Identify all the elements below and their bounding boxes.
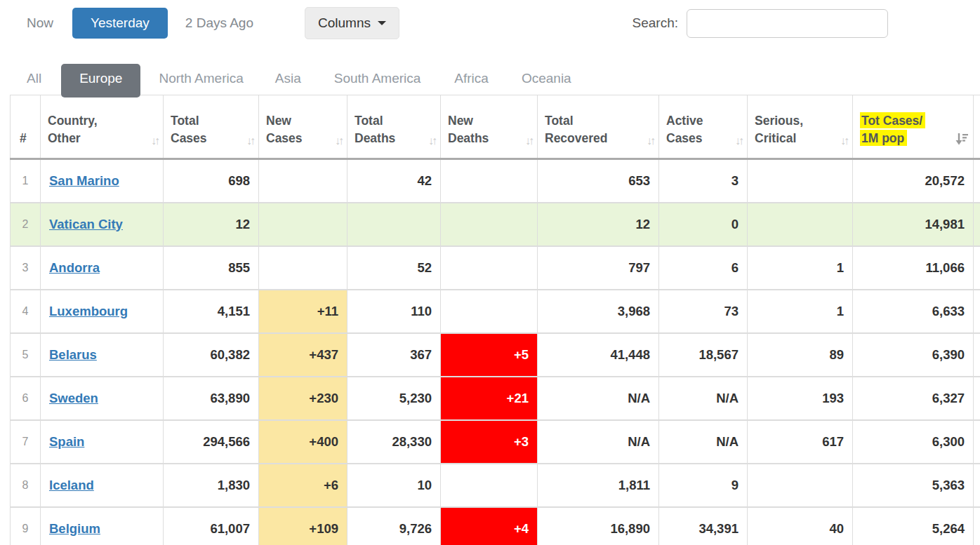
column-header-tot-cases-1m[interactable]: Tot Cases/1M pop bbox=[853, 95, 974, 159]
cell-total-recovered: 797 bbox=[538, 246, 659, 290]
cell-active-cases: 3 bbox=[659, 159, 748, 203]
tab-europe[interactable]: Europe bbox=[61, 64, 140, 97]
column-header-country[interactable]: Country,Other↓↑ bbox=[41, 95, 164, 159]
sort-icon: ↓↑ bbox=[246, 135, 253, 147]
cell-total-cases: 63,890 bbox=[164, 377, 259, 420]
tab-africa[interactable]: Africa bbox=[454, 64, 489, 93]
cell-tot-cases-1m: 5,363 bbox=[853, 464, 974, 507]
column-header-label: Recovered bbox=[545, 131, 608, 145]
table-row: 3Andorra855527976111,066 bbox=[11, 246, 980, 290]
column-header-label: Cases bbox=[171, 131, 207, 145]
cell-country: Belgium bbox=[41, 507, 164, 545]
cell-total-cases: 855 bbox=[164, 246, 259, 290]
cell-tot-cases-1m: 11,066 bbox=[853, 246, 974, 290]
cell-total-recovered: 3,968 bbox=[538, 290, 659, 333]
tab-oceania[interactable]: Oceania bbox=[522, 64, 571, 93]
cell-serious-critical bbox=[748, 159, 853, 203]
country-link[interactable]: San Marino bbox=[49, 173, 119, 188]
country-link[interactable]: Iceland bbox=[49, 478, 94, 492]
tab-south-america[interactable]: South America bbox=[334, 64, 421, 93]
cell-total-cases: 4,151 bbox=[164, 290, 259, 333]
cell-country: Sweden bbox=[41, 377, 164, 420]
tab-north-america[interactable]: North America bbox=[159, 64, 243, 93]
sort-icon: ↓↑ bbox=[428, 135, 435, 147]
column-header-label: Serious, bbox=[755, 114, 803, 128]
table-row: 2Vatican City1212014,981 bbox=[11, 203, 980, 246]
cell-new-deaths: +3 bbox=[441, 420, 538, 464]
sort-icon: ↓↑ bbox=[151, 135, 158, 147]
time-filter-now[interactable]: Now bbox=[27, 8, 53, 39]
cell-serious-critical: 617 bbox=[748, 420, 853, 464]
cell-country: San Marino bbox=[41, 159, 164, 203]
cell-serious-critical: 40 bbox=[748, 507, 853, 545]
time-filter-group: NowYesterday2 Days Ago bbox=[27, 8, 305, 39]
cell-total-deaths: 52 bbox=[347, 246, 441, 290]
cell-total-deaths: 28,330 bbox=[347, 420, 441, 464]
cell-total-cases: 60,382 bbox=[164, 333, 259, 377]
cell-new-cases: +230 bbox=[259, 377, 347, 420]
cell-new-deaths bbox=[441, 464, 538, 507]
cell-num: 5 bbox=[11, 333, 41, 377]
column-header-spacer bbox=[974, 95, 980, 159]
cell-active-cases: 6 bbox=[659, 246, 748, 290]
column-header-total-deaths[interactable]: TotalDeaths↓↑ bbox=[347, 95, 441, 159]
country-link[interactable]: Belarus bbox=[49, 347, 97, 362]
cell-country: Luxembourg bbox=[41, 290, 164, 333]
column-header-new-cases[interactable]: NewCases↓↑ bbox=[259, 95, 347, 159]
time-filter-2-days-ago[interactable]: 2 Days Ago bbox=[185, 8, 253, 39]
cell-total-recovered: 1,811 bbox=[538, 464, 659, 507]
cell-total-recovered: 12 bbox=[538, 203, 659, 246]
cell-spacer bbox=[974, 333, 980, 377]
toolbar: NowYesterday2 Days Ago Columns Search: bbox=[0, 0, 980, 39]
table-row: 6Sweden63,890+2305,230+21N/AN/A1936,327 bbox=[11, 377, 980, 420]
cell-new-cases bbox=[259, 159, 347, 203]
cell-serious-critical bbox=[748, 203, 853, 246]
country-link[interactable]: Sweden bbox=[49, 391, 98, 405]
cell-new-cases: +109 bbox=[259, 507, 347, 545]
cell-country: Vatican City bbox=[41, 203, 164, 246]
cell-new-deaths bbox=[441, 203, 538, 246]
cell-total-deaths: 42 bbox=[347, 159, 441, 203]
cell-tot-cases-1m: 6,390 bbox=[853, 333, 974, 377]
cell-new-cases: +400 bbox=[259, 420, 347, 464]
cell-num: 2 bbox=[11, 203, 41, 246]
column-header-active-cases[interactable]: ActiveCases↓↑ bbox=[659, 95, 748, 159]
column-header-serious-critical[interactable]: Serious,Critical↓↑ bbox=[748, 95, 853, 159]
cell-new-cases: +6 bbox=[259, 464, 347, 507]
cell-new-deaths: +5 bbox=[441, 333, 538, 377]
country-link[interactable]: Vatican City bbox=[49, 217, 123, 231]
cell-new-deaths bbox=[441, 290, 538, 333]
column-header-total-recovered[interactable]: TotalRecovered↓↑ bbox=[538, 95, 659, 159]
column-header-total-cases[interactable]: TotalCases↓↑ bbox=[164, 95, 259, 159]
sort-icon: ↓↑ bbox=[840, 135, 847, 147]
cell-active-cases: 34,391 bbox=[659, 507, 748, 545]
cell-spacer bbox=[974, 507, 980, 545]
sort-icon: ↓↑ bbox=[735, 135, 742, 147]
tab-all[interactable]: All bbox=[27, 64, 41, 93]
column-header-label: Total bbox=[171, 114, 199, 128]
cell-total-deaths: 10 bbox=[347, 464, 441, 507]
column-header-label: Other bbox=[48, 131, 81, 145]
cell-country: Spain bbox=[41, 420, 164, 464]
cell-spacer bbox=[974, 159, 980, 203]
cell-total-recovered: 653 bbox=[538, 159, 659, 203]
country-link[interactable]: Belgium bbox=[49, 521, 100, 536]
cell-country: Belarus bbox=[41, 333, 164, 377]
column-header-label: Country, bbox=[48, 114, 98, 128]
search-input[interactable] bbox=[687, 9, 888, 38]
cell-total-recovered: 41,448 bbox=[538, 333, 659, 377]
cell-serious-critical: 89 bbox=[748, 333, 853, 377]
time-filter-yesterday[interactable]: Yesterday bbox=[72, 8, 168, 39]
country-link[interactable]: Luxembourg bbox=[49, 304, 128, 318]
tab-asia[interactable]: Asia bbox=[275, 64, 301, 93]
cell-new-cases bbox=[259, 246, 347, 290]
country-link[interactable]: Andorra bbox=[49, 260, 100, 275]
cell-serious-critical: 1 bbox=[748, 290, 853, 333]
sort-icon: ↓↑ bbox=[647, 135, 654, 147]
cell-tot-cases-1m: 6,300 bbox=[853, 420, 974, 464]
country-link[interactable]: Spain bbox=[49, 434, 84, 449]
table-row: 8Iceland1,830+6101,81195,363 bbox=[11, 464, 980, 507]
column-header-new-deaths[interactable]: NewDeaths↓↑ bbox=[441, 95, 538, 159]
cell-spacer bbox=[974, 290, 980, 333]
columns-dropdown-button[interactable]: Columns bbox=[305, 7, 399, 39]
